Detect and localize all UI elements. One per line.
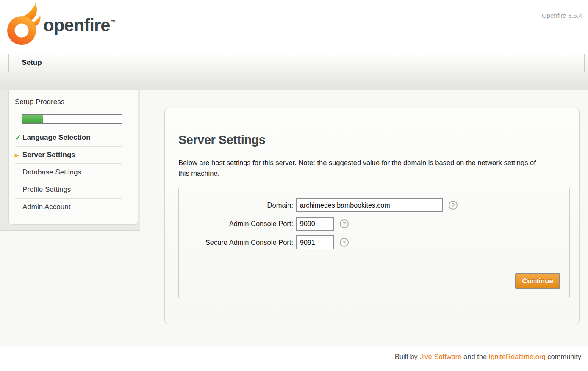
form-row-admin-port: Admin Console Port: ? xyxy=(179,217,569,231)
openfire-logo-icon xyxy=(6,3,42,47)
domain-label: Domain: xyxy=(179,201,296,209)
check-icon: ✓ xyxy=(15,133,22,142)
domain-input[interactable] xyxy=(296,198,443,212)
footer-credit: Built by Jive Software and the IgniteRea… xyxy=(395,353,581,361)
igniterealtime-link[interactable]: IgniteRealtime.org xyxy=(489,353,546,360)
sidebar-item-label: Profile Settings xyxy=(22,186,71,194)
brand-title: openfire™ xyxy=(43,15,116,36)
footer-prefix: Built by xyxy=(395,353,420,360)
arrow-right-icon: ▶ xyxy=(15,152,22,158)
sidebar-item-label: Server Settings xyxy=(22,151,75,159)
admin-port-input[interactable] xyxy=(296,217,334,231)
footer-middle: and the xyxy=(462,353,489,360)
subnav-band xyxy=(0,72,588,90)
tabbar-divider xyxy=(584,54,585,72)
page-title: Server Settings xyxy=(178,133,265,147)
sidebar-item-label: Admin Account xyxy=(22,203,70,211)
secure-port-input[interactable] xyxy=(296,235,334,249)
form-row-domain: Domain: ? xyxy=(179,198,569,212)
page-description: Below are host settings for this server.… xyxy=(178,158,548,179)
form-row-secure-port: Secure Admin Console Port: ? xyxy=(179,235,569,249)
setup-progress-sidebar: Setup Progress ✓ Language Selection ▶ Se… xyxy=(8,90,138,225)
sidebar-title: Setup Progress xyxy=(15,90,122,110)
sidebar-item-admin-account: Admin Account xyxy=(15,199,122,216)
tab-setup[interactable]: Setup xyxy=(8,54,55,72)
sidebar-item-database-settings: Database Settings xyxy=(15,164,122,181)
admin-port-help-icon[interactable]: ? xyxy=(340,219,349,228)
sidebar-item-profile-settings: Profile Settings xyxy=(15,181,122,199)
content-area: Setup Progress ✓ Language Selection ▶ Se… xyxy=(0,90,588,347)
admin-port-label: Admin Console Port: xyxy=(179,220,296,228)
footer: Built by Jive Software and the IgniteRea… xyxy=(0,347,588,371)
version-label: Openfire 3.6.4 xyxy=(542,12,582,19)
server-settings-form: Domain: ? Admin Console Port: ? Secure A… xyxy=(178,188,570,298)
sidebar-item-label: Database Settings xyxy=(22,168,81,177)
sidebar-item-server-settings: ▶ Server Settings xyxy=(15,147,122,164)
domain-help-icon[interactable]: ? xyxy=(449,201,458,210)
sidebar-item-label: Language Selection xyxy=(22,133,91,142)
footer-suffix: community xyxy=(546,353,581,360)
progress-bar xyxy=(22,114,122,124)
progress-bar-fill xyxy=(22,115,43,123)
trademark: ™ xyxy=(111,19,116,25)
tab-bar: Setup xyxy=(0,54,588,72)
jive-software-link[interactable]: Jive Software xyxy=(419,353,461,360)
continue-button[interactable]: Continue xyxy=(515,273,560,289)
secure-port-label: Secure Admin Console Port: xyxy=(179,238,296,246)
sidebar-item-language-selection: ✓ Language Selection xyxy=(15,129,122,147)
main-panel: Server Settings Below are host settings … xyxy=(164,108,580,324)
secure-port-help-icon[interactable]: ? xyxy=(340,238,349,247)
progress-row xyxy=(15,110,122,129)
header: openfire™ Openfire 3.6.4 xyxy=(0,0,588,54)
